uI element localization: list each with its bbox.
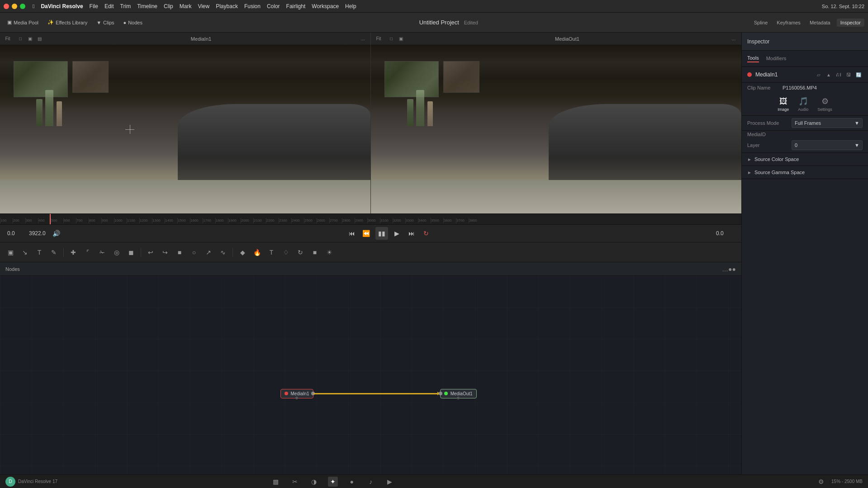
edit-menu[interactable]: Edit bbox=[104, 3, 114, 9]
edit-status-icon[interactable]: ◑ bbox=[309, 477, 319, 487]
viewer-left-more[interactable]: … bbox=[359, 35, 367, 43]
mask-tool-btn[interactable]: ■ bbox=[173, 246, 186, 259]
viewer-left-ctrl3[interactable]: ▤ bbox=[35, 35, 43, 43]
viewer-left-ctrl2[interactable]: ▣ bbox=[26, 35, 34, 43]
text-tool-btn[interactable]: T bbox=[33, 246, 46, 259]
metadata-btn[interactable]: Metadata bbox=[807, 19, 833, 27]
go-to-start-btn[interactable]: ⏮ bbox=[346, 228, 357, 239]
stop-btn[interactable]: ▮▮ bbox=[375, 227, 388, 240]
stereo-tool-btn[interactable]: ■ bbox=[308, 246, 322, 259]
crop-tool-btn[interactable]: ✁ bbox=[95, 246, 109, 259]
timeline-ruler[interactable]: 100 200 300 400 500 600 700 800 900 1000… bbox=[0, 213, 741, 224]
color-status-icon[interactable]: ● bbox=[347, 477, 357, 487]
vr-tool-btn[interactable]: ☀ bbox=[323, 246, 336, 259]
workspace-menu[interactable]: Workspace bbox=[312, 3, 339, 9]
poly-tool-btn[interactable]: ∿ bbox=[216, 246, 230, 259]
source-gamma-space-header[interactable]: ► Source Gamma Space bbox=[742, 166, 868, 179]
mac-window-controls[interactable] bbox=[4, 4, 25, 9]
media-out-bottom-dot[interactable] bbox=[457, 397, 460, 399]
cut-status-icon[interactable]: ✂ bbox=[290, 477, 300, 487]
media-out-node[interactable]: MediaOut1 bbox=[440, 389, 477, 398]
viewer-right-ctrl1[interactable]: □ bbox=[387, 35, 395, 43]
spline-btn[interactable]: Spline bbox=[751, 19, 771, 27]
mac-fullscreen-btn[interactable] bbox=[20, 4, 25, 9]
davinci-menu[interactable]: DaVinci Resolve bbox=[41, 3, 83, 9]
inspector-node-btn-3[interactable]: ⛜ bbox=[835, 71, 843, 79]
nodes-btn[interactable]: ● Nodes bbox=[120, 18, 146, 27]
inspector-process-mode-dropdown[interactable]: Full Frames ▼ bbox=[792, 118, 863, 128]
viewer-left-fit[interactable]: Fit bbox=[4, 35, 12, 43]
fairlight-menu[interactable]: Fairlight bbox=[286, 3, 306, 9]
inspector-settings-tab[interactable]: ⚙ Settings bbox=[817, 96, 832, 112]
transform-tool-btn[interactable]: ✚ bbox=[66, 246, 80, 259]
file-menu[interactable]: File bbox=[90, 3, 98, 9]
clips-btn[interactable]: ▼ Clips bbox=[93, 18, 118, 27]
volume-icon[interactable]: 🔊 bbox=[51, 228, 62, 239]
keyframes-btn[interactable]: Keyframes bbox=[774, 19, 803, 27]
brush-tool-btn[interactable]: ✎ bbox=[47, 246, 61, 259]
inspector-node-btn-1[interactable]: ▱ bbox=[815, 71, 823, 79]
viewer-left-ctrl1[interactable]: □ bbox=[16, 35, 24, 43]
inspector-audio-tab[interactable]: 🎵 Audio bbox=[798, 96, 808, 112]
viewer-right-fit[interactable]: Fit bbox=[375, 35, 383, 43]
mac-close-btn[interactable] bbox=[4, 4, 9, 9]
burn-tool-btn[interactable]: 🔥 bbox=[250, 246, 264, 259]
undo-tool-btn[interactable]: ↩ bbox=[144, 246, 157, 259]
media-in-node[interactable]: MediaIn1 bbox=[280, 389, 313, 398]
media-pool-btn[interactable]: ▣ Media Pool bbox=[4, 18, 42, 27]
inspector-tools-tab[interactable]: Tools bbox=[747, 55, 759, 62]
ruler-tick: 1200 bbox=[139, 218, 152, 223]
fusion-status-icon[interactable]: ✦ bbox=[328, 477, 338, 487]
play-forward-btn[interactable]: ▶ bbox=[392, 228, 403, 239]
loop-btn[interactable]: ↻ bbox=[421, 228, 432, 239]
fusion-menu[interactable]: Fusion bbox=[244, 3, 261, 9]
go-to-end-btn[interactable]: ⏭ bbox=[406, 228, 417, 239]
bezier-tool-btn[interactable]: ↗ bbox=[202, 246, 215, 259]
tracker-tool-btn[interactable]: ◎ bbox=[110, 246, 123, 259]
deliver-status-icon[interactable]: ▶ bbox=[385, 477, 395, 487]
edited-badge: Edited bbox=[464, 20, 478, 25]
type2-tool-btn[interactable]: T bbox=[265, 246, 278, 259]
viewer-right-more[interactable]: … bbox=[730, 35, 738, 43]
settings-status-icon[interactable]: ⚙ bbox=[816, 477, 826, 487]
view-menu[interactable]: View bbox=[198, 3, 209, 9]
inspector-node-btn-5[interactable]: 🔄 bbox=[854, 71, 863, 79]
media-in-bottom-dot[interactable] bbox=[295, 397, 298, 399]
effects-library-btn[interactable]: ✨ Effects Library bbox=[44, 18, 91, 27]
viewer-right-ctrl2[interactable]: ▣ bbox=[397, 35, 405, 43]
keyframe-tool-btn[interactable]: ◆ bbox=[236, 246, 249, 259]
media-pool-status-icon[interactable]: ▩ bbox=[271, 477, 281, 487]
inspector-node-btn-4[interactable]: 🖫 bbox=[844, 71, 853, 79]
mac-minimize-btn[interactable] bbox=[12, 4, 17, 9]
inspector-btn[interactable]: Inspector bbox=[837, 19, 864, 27]
paint-tool-btn[interactable]: ↘ bbox=[18, 246, 32, 259]
step-back-btn[interactable]: ⏪ bbox=[361, 228, 372, 239]
mark-menu[interactable]: Mark bbox=[180, 3, 192, 9]
ellipse-tool-btn[interactable]: ○ bbox=[187, 246, 201, 259]
inspector-layer-dropdown[interactable]: 0 ▼ bbox=[792, 140, 863, 150]
playback-menu[interactable]: Playback bbox=[216, 3, 238, 9]
timeline-menu[interactable]: Timeline bbox=[137, 3, 157, 9]
paint-fill-btn[interactable]: ◼ bbox=[124, 246, 138, 259]
inspector-modifiers-tab[interactable]: Modifiers bbox=[766, 56, 787, 62]
apple-menu[interactable]:  bbox=[33, 3, 34, 9]
source-color-space-header[interactable]: ► Source Color Space bbox=[742, 153, 868, 166]
media-out-input-dot[interactable] bbox=[439, 392, 442, 395]
trim-menu[interactable]: Trim bbox=[120, 3, 131, 9]
nodes-header-menu-btn[interactable]: …●● bbox=[722, 265, 736, 273]
inspector-process-mode-label: Process Mode bbox=[747, 120, 788, 126]
inspector-image-tab[interactable]: 🖼 Image bbox=[778, 97, 789, 112]
help-menu[interactable]: Help bbox=[345, 3, 356, 9]
redo-tool-btn[interactable]: ↪ bbox=[158, 246, 172, 259]
rotate-tool-btn[interactable]: ↻ bbox=[294, 246, 307, 259]
selection-tool-btn[interactable]: ▣ bbox=[4, 246, 17, 259]
color-menu[interactable]: Color bbox=[267, 3, 280, 9]
warp-tool-btn[interactable]: ⌜ bbox=[81, 246, 95, 259]
inspector-clip-name-value: P1160056.MP4 bbox=[783, 85, 817, 90]
inspector-node-btn-2[interactable]: ▲ bbox=[825, 71, 833, 79]
image-tab-label: Image bbox=[778, 107, 789, 112]
clip-menu[interactable]: Clip bbox=[164, 3, 173, 9]
fairlight-status-icon[interactable]: ♪ bbox=[366, 477, 376, 487]
copy-tool-btn[interactable]: ♢ bbox=[279, 246, 293, 259]
nodes-canvas[interactable]: MediaIn1 MediaOut1 bbox=[0, 276, 741, 474]
